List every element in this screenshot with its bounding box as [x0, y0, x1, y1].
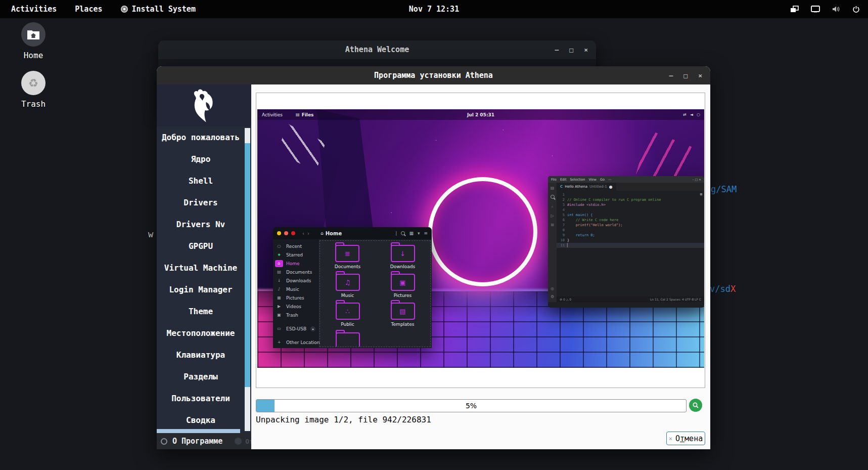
slide-network-icon: ⇄: [683, 112, 687, 117]
places-menu[interactable]: Places: [75, 5, 102, 14]
window-dot-red: [291, 231, 295, 235]
installer-close-button[interactable]: ×: [698, 72, 702, 79]
installer-step: Ядро: [157, 148, 245, 170]
windows-icon[interactable]: [790, 6, 799, 13]
cancel-button[interactable]: × Отмена: [666, 432, 705, 445]
files-search-icon: [401, 231, 405, 235]
installer-title: Программа установки Athena: [157, 66, 710, 84]
installer-steps: Добро пожаловать Ядро Shell Drivers Driv…: [157, 126, 245, 431]
volume-icon[interactable]: [832, 6, 840, 13]
system-tray: [790, 0, 860, 18]
files-sidebar-item: ♪ Music: [273, 285, 318, 293]
welcome-close-button[interactable]: ×: [584, 46, 588, 54]
explorer-icon: ▤: [551, 186, 555, 190]
sidebar-footer: О Программе Отладка: [157, 433, 251, 449]
installer-sidebar: Добро пожаловать Ядро Shell Drivers Driv…: [157, 84, 251, 449]
files-sidebar-icon: ▦: [275, 294, 283, 302]
slideshow-zoom-button[interactable]: [689, 399, 702, 412]
slide-volume-icon: ◄: [690, 112, 693, 117]
code-line: 8: [557, 228, 704, 233]
desktop-icon-trash[interactable]: ♻ Trash: [10, 71, 57, 109]
code-editor-window: – □ × FileEditSelectionViewGo⋯ ▤⑃▷⊞ ◎⚙ C: [548, 176, 704, 308]
installer-step: Пользователи: [157, 388, 245, 409]
installer-main: Activities ▤ Files Jul 2 05:31 ⇄◄○: [251, 84, 710, 449]
files-window: ‹› ⌂ Home |▦▾≡: [273, 227, 432, 348]
window-dot-orange: [284, 231, 288, 235]
scm-icon: ⑃: [551, 204, 554, 209]
installer-step: Login Manager: [157, 279, 245, 301]
slide-app-menu: ▤ Files: [296, 112, 313, 117]
sidebar-scrollbar-track[interactable]: [245, 128, 250, 431]
code-line: 6 // Write C code here: [557, 218, 704, 223]
files-sidebar-item: ▶ Videos: [273, 302, 318, 311]
files-sidebar-icon: ▣: [275, 312, 283, 319]
files-sidebar-icon: ↓: [275, 277, 283, 284]
debug-toggle[interactable]: Отладка: [235, 438, 251, 445]
window-installer: Программа установки Athena – □ ×: [157, 66, 710, 449]
eject-icon: ▴: [310, 326, 315, 331]
welcome-title: Athena Welcome: [158, 40, 596, 59]
welcome-minimize-button[interactable]: –: [555, 46, 559, 54]
debug-label: Отладка: [245, 438, 251, 445]
code-menu-item: ⋯: [608, 178, 612, 182]
installer-step: Drivers Nv: [157, 213, 245, 235]
folder-item: ∴ Public: [336, 303, 360, 327]
code-menu-item: Go: [600, 178, 605, 182]
account-icon: ◎: [551, 286, 554, 291]
code-tab: C Hello Athena Untitled-1 ●: [557, 183, 616, 191]
folder-item: ♫ Music: [336, 274, 360, 298]
installer-step: Shell: [157, 170, 245, 192]
window-dot-yellow: [277, 231, 281, 235]
home-glyph: ⌂: [321, 231, 324, 236]
files-content: ≣ Documents ↓ Downloads: [319, 240, 431, 347]
code-menu-item: Selection: [570, 178, 585, 182]
installer-step: Клавиатура: [157, 344, 245, 366]
slide-clock: Jul 2 05:31: [467, 112, 494, 117]
install-system-menu[interactable]: Install System: [121, 5, 196, 14]
installer-step: GPGPU: [157, 235, 245, 257]
progress-percent: 5%: [256, 400, 686, 412]
code-line: 9 return 0;: [557, 233, 704, 238]
folder-icon: ▣: [391, 274, 415, 291]
files-sidebar-item: ★ Starred: [273, 250, 318, 259]
installer-maximize-button[interactable]: □: [683, 72, 688, 79]
home-label: Home: [10, 51, 57, 60]
installer-step: Сводка: [157, 409, 245, 431]
about-button[interactable]: О Программе: [172, 437, 222, 446]
code-menu-item: View: [588, 178, 596, 182]
installer-step: Местоположение: [157, 322, 245, 344]
clock[interactable]: Nov 7 12:31: [409, 0, 459, 18]
display-icon[interactable]: [811, 6, 820, 13]
code-window-buttons: – □ ×: [692, 178, 701, 181]
background-text-fragment-sam: g/SAM: [711, 184, 737, 194]
files-sidebar-item: + Other Locations: [273, 338, 318, 347]
folder-icon: ↓: [391, 245, 415, 262]
code-status-bar: ⊘ 0 △ 0 Ln 11, Col 2 Spaces: 4 UTF-8 LF …: [557, 296, 704, 302]
trash-icon: ♻: [21, 71, 45, 95]
background-text-fragment-sdx: v/sdX: [710, 284, 736, 294]
sidebar-scrollbar-thumb[interactable]: [245, 143, 250, 387]
background-text-fragment-left: w: [148, 229, 153, 239]
desktop: Activities Places Install System Nov 7 1…: [0, 0, 868, 470]
activities-button[interactable]: Activities: [11, 5, 57, 14]
install-progress-bar: 5%: [256, 399, 687, 412]
extensions-icon: ⊞: [551, 223, 554, 227]
neon-ring: [428, 177, 537, 286]
files-sidebar-item: ⌂ Home: [273, 259, 318, 268]
power-icon[interactable]: [852, 6, 860, 13]
welcome-titlebar[interactable]: Athena Welcome – □ ×: [158, 40, 596, 59]
code-line: 3#include <stdio.h>: [557, 202, 704, 207]
installer-minimize-button[interactable]: –: [669, 72, 673, 79]
code-tab-bar: C Hello Athena Untitled-1 ●: [557, 183, 704, 191]
desktop-icon-home[interactable]: Home: [10, 22, 57, 60]
files-sidebar-icon: +: [275, 339, 283, 346]
slide-top-bar: Activities ▤ Files Jul 2 05:31 ⇄◄○: [257, 109, 704, 120]
code-activity-bar: ▤⑃▷⊞ ◎⚙: [548, 183, 557, 302]
welcome-maximize-button[interactable]: □: [569, 46, 573, 54]
slide-tray-icons: ⇄◄○: [683, 112, 700, 117]
files-sidebar-icon: ○: [275, 243, 283, 250]
installer-titlebar[interactable]: Программа установки Athena – □ ×: [157, 66, 710, 84]
files-location: ⌂ Home: [321, 231, 342, 236]
files-sidebar-item: ↓ Downloads: [273, 276, 318, 285]
top-bar: Activities Places Install System Nov 7 1…: [0, 0, 868, 18]
